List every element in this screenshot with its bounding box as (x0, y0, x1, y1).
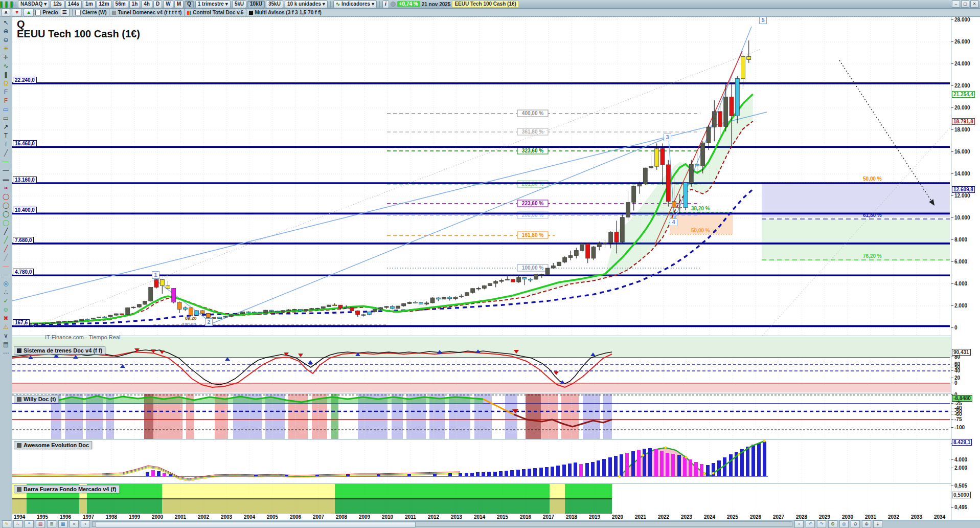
redo-icon[interactable]: ↷ (817, 520, 826, 528)
indicators-button[interactable]: ∿ Indicadores ▾ (333, 1, 377, 8)
settings-wrench-icon[interactable]: ⚙ (828, 520, 837, 528)
price-level-tag[interactable]: 4.780,0 (13, 269, 34, 275)
fib-projection-icon[interactable]: F (1, 96, 11, 105)
comment-icon[interactable]: ❝ (25, 520, 34, 528)
chart-doc-icon[interactable]: ▦ (58, 520, 67, 528)
callout-icon[interactable]: T (1, 140, 11, 148)
line-red-icon[interactable]: ╱ (1, 244, 11, 253)
tunel-domenec-chip[interactable]: Tunel Domenec v4 (t t t t t) (112, 10, 181, 15)
price-up-icon[interactable]: ▲ (24, 9, 34, 16)
panel-separator[interactable] (12, 483, 980, 483)
candlestick-icon[interactable]: ❚ (1, 70, 11, 79)
unit-button-5kU[interactable]: 5kU (232, 1, 246, 8)
panel-willy-canvas[interactable] (12, 394, 951, 439)
list-icon[interactable]: ☰ (60, 9, 70, 16)
cursor-icon[interactable]: ↖ (1, 18, 11, 27)
news-icon[interactable]: ▤ (36, 520, 45, 528)
main-chart-canvas[interactable]: 50,00 %61,80 %76,20 %38,20 %50,00 %400,0… (12, 17, 951, 336)
panel-barra-fuerza-canvas[interactable] (12, 484, 951, 514)
toolbar-grip[interactable]: ⁞⁞ (13, 2, 16, 7)
timeframe-button-Q[interactable]: Q (185, 1, 194, 8)
wave-marker-4[interactable]: 4 (670, 218, 677, 226)
control-total-chip[interactable]: Control Total Doc v.6 (187, 10, 243, 15)
line-gray-icon[interactable]: ╱ (1, 253, 11, 261)
multi-avisos-chip[interactable]: Multi Avisos (3 f 3 1,5 70 f f) (249, 10, 321, 15)
text-icon[interactable]: T (1, 131, 11, 140)
panel-sistema-trenes-canvas[interactable] (12, 337, 951, 393)
timeframe-button-12s[interactable]: 12s (51, 1, 64, 8)
scroll-down-icon[interactable]: ⇣ (873, 520, 882, 528)
minimize-button[interactable]: – (952, 1, 960, 8)
crosshair-icon[interactable]: ✛ (1, 53, 11, 61)
wave-marker-3[interactable]: 3 (664, 134, 671, 141)
precio-checkbox[interactable] (35, 10, 41, 15)
hline-green-icon[interactable]: — (1, 157, 11, 166)
wave-marker-5[interactable]: 5 (759, 16, 767, 24)
compare-icon[interactable]: ≣ (47, 520, 56, 528)
hline-red-icon[interactable]: — (1, 166, 11, 174)
panel-header-barra-fuerza[interactable]: Barra Fuerza Fondo Mercado v4 (f) (14, 485, 120, 493)
panel-awesome-canvas[interactable] (12, 440, 951, 483)
scrollbar-thumb[interactable] (96, 522, 416, 527)
zoom-out-icon[interactable]: ⊖ (851, 520, 860, 528)
timeframe-button-W[interactable]: W (163, 1, 173, 8)
more-icon[interactable]: ⋯ (1, 348, 11, 357)
panel-header-willy[interactable]: Willy Doc (t) (14, 395, 59, 403)
alarm-bell-icon[interactable]: Ω (1, 79, 11, 87)
price-level-tag[interactable]: 13.160,0 (13, 177, 37, 183)
marker-pencil-icon[interactable]: ✎ (2, 520, 11, 528)
horizontal-scrollbar[interactable] (92, 521, 792, 527)
time-axis[interactable]: 1994199519961997199819992000200120022003… (12, 514, 951, 520)
zigzag-icon[interactable]: ≈ (1, 183, 11, 192)
zoom-out-icon[interactable]: ⊖ (1, 35, 11, 44)
line-black-icon[interactable]: ╱ (1, 227, 11, 235)
note-icon[interactable]: ▤ (1, 340, 11, 348)
flash-icon[interactable]: ✳ (1, 44, 11, 53)
timeframe-button-4h[interactable]: 4h (141, 1, 152, 8)
ellipse-brown-icon[interactable]: ◯ (1, 201, 11, 209)
zoom-in-icon[interactable]: ⊕ (1, 27, 11, 35)
price-level-tag[interactable]: 7.680,0 (13, 237, 34, 244)
close-red-icon[interactable]: ✖ (1, 314, 11, 322)
price-level-tag[interactable]: 10.400,0 (13, 207, 37, 213)
timeframe-button-12m[interactable]: 12m (97, 1, 112, 8)
price-down-icon[interactable]: ▼ (12, 9, 22, 16)
line-pink-icon[interactable]: — (1, 261, 11, 270)
target-icon[interactable]: ◎ (1, 279, 11, 288)
panel-separator[interactable] (12, 336, 980, 336)
arrow-icon[interactable]: ↗ (1, 122, 11, 131)
period-selector[interactable]: 1 trimestre ▾ (195, 1, 231, 8)
wave-marker-2[interactable]: 2 (205, 318, 213, 326)
panel-separator[interactable] (12, 439, 980, 439)
close-button[interactable]: ✕ (970, 1, 978, 8)
wave-marker-1[interactable]: 1 (152, 271, 159, 279)
scroll-left-button[interactable]: ‹ (81, 520, 90, 528)
check-icon[interactable]: ✓ (1, 296, 11, 305)
timeframe-button-56m[interactable]: 56m (113, 1, 128, 8)
undo-icon[interactable]: ↶ (806, 520, 815, 528)
panel-header-sistema-trenes[interactable]: Sistema de trenes Doc v4 (f f) (14, 346, 105, 355)
zoom-in-icon[interactable]: ⊕ (862, 520, 871, 528)
panel-separator[interactable] (12, 393, 980, 393)
ellipse-darkgreen-icon[interactable]: ◯ (1, 209, 11, 218)
indicator-wave-icon[interactable]: ∿ (1, 61, 11, 70)
chevron-down-icon[interactable]: ∨ (1, 331, 11, 340)
rect-blue-icon[interactable]: ▭ (1, 105, 11, 114)
price-axis[interactable]: 28.00026.00024.00022.00020.00018.00016.0… (951, 17, 980, 520)
unit-selector[interactable]: 10 k unidades ▾ (285, 1, 328, 8)
price-level-tag[interactable]: 167,6 (13, 319, 30, 326)
collapse-left-icon[interactable]: « (70, 520, 79, 528)
collapse-toolbar-button[interactable]: ∧ (2, 9, 10, 16)
timeframe-button-144s[interactable]: 144s (65, 1, 82, 8)
maximize-button[interactable]: ▢ (961, 1, 969, 8)
timeframe-button-D[interactable]: D (153, 1, 162, 8)
thumbs-up-icon[interactable]: ☺ (1, 305, 11, 314)
line-blue-icon[interactable]: — (1, 270, 11, 279)
warning-icon[interactable]: ⚠ (1, 322, 11, 331)
info-button[interactable]: i (382, 1, 389, 8)
rect-red-icon[interactable]: ▭ (1, 114, 11, 122)
zoom-fit-icon[interactable]: ◎ (839, 520, 849, 528)
instrument-chip[interactable]: EEUU Tech 100 Cash (1€) (452, 1, 518, 8)
ruler-icon[interactable]: ▬ (1, 174, 11, 183)
panel-header-awesome[interactable]: Awesome Evolution Doc (14, 441, 92, 449)
